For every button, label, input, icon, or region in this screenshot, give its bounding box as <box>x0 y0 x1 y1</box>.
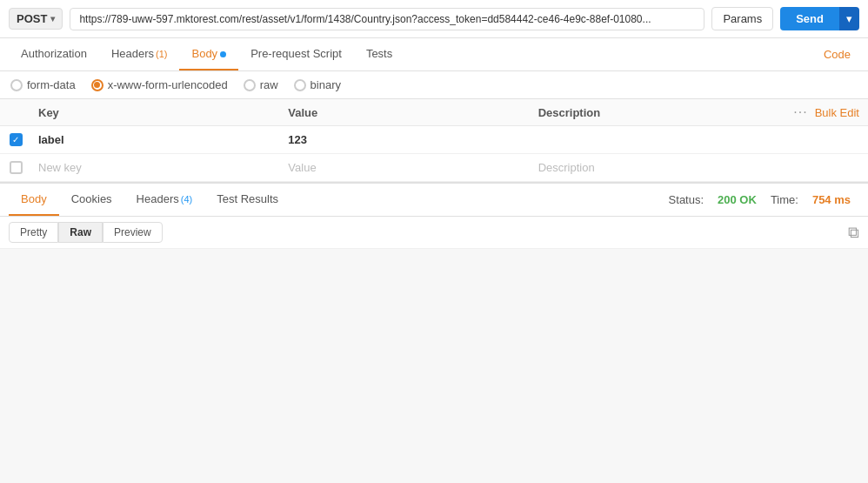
format-bar: Pretty Raw Preview ⧉ <box>0 217 868 249</box>
params-table: Key Value Description ··· Bulk Edit labe… <box>0 99 868 183</box>
row-desc-cell <box>531 133 781 147</box>
new-row <box>0 154 868 182</box>
request-tabs-left: Authorization Headers(1) Body Pre-reques… <box>9 38 404 70</box>
request-tabs: Authorization Headers(1) Body Pre-reques… <box>0 38 868 71</box>
new-row-desc[interactable] <box>531 154 781 181</box>
headers-badge: (1) <box>156 49 167 59</box>
body-type-bar: form-data x-www-form-urlencoded raw bina… <box>0 71 868 99</box>
header-actions: ··· Bulk Edit <box>781 104 868 120</box>
table-row: label 123 <box>0 126 868 154</box>
fmt-tab-preview[interactable]: Preview <box>103 222 163 243</box>
resp-tab-headers[interactable]: Headers(4) <box>124 184 205 216</box>
send-dropdown-button[interactable]: ▾ <box>839 7 859 30</box>
time-label: Time: <box>771 193 798 206</box>
status-label: Status: <box>669 193 704 206</box>
response-tabs-left: Body Cookies Headers(4) Test Results <box>9 184 290 216</box>
form-data-label: form-data <box>27 78 76 91</box>
radio-circle-x-www <box>91 79 103 91</box>
method-label: POST <box>17 12 47 25</box>
fmt-tab-raw[interactable]: Raw <box>58 222 103 243</box>
radio-circle-form-data <box>10 79 23 91</box>
radio-circle-raw <box>244 79 256 91</box>
code-link[interactable]: Code <box>815 39 859 70</box>
radio-binary[interactable]: binary <box>294 78 341 91</box>
more-options-icon[interactable]: ··· <box>793 104 807 120</box>
new-row-key[interactable] <box>31 154 281 181</box>
top-bar: POST ▾ Params Send ▾ <box>0 0 868 38</box>
radio-raw[interactable]: raw <box>244 78 278 91</box>
method-selector[interactable]: POST ▾ <box>9 8 63 30</box>
status-info: Status: 200 OK Time: 754 ms <box>669 193 859 206</box>
tab-body[interactable]: Body <box>179 38 238 70</box>
row-checkbox-wrap[interactable] <box>0 133 31 146</box>
fmt-tab-pretty[interactable]: Pretty <box>9 222 58 243</box>
radio-circle-binary <box>294 79 306 91</box>
body-dot <box>220 51 226 57</box>
row-checkbox[interactable] <box>10 133 23 146</box>
radio-form-data[interactable]: form-data <box>10 78 76 91</box>
resp-tab-test-results[interactable]: Test Results <box>204 184 290 216</box>
header-description: Description <box>531 106 781 119</box>
tab-pre-request-script[interactable]: Pre-request Script <box>238 38 354 70</box>
response-tabs: Body Cookies Headers(4) Test Results Sta… <box>0 184 868 217</box>
resp-headers-badge: (4) <box>181 194 192 205</box>
radio-x-www-form-urlencoded[interactable]: x-www-form-urlencoded <box>91 78 228 91</box>
params-button[interactable]: Params <box>711 7 773 30</box>
tab-authorization[interactable]: Authorization <box>9 38 99 70</box>
row-value-cell[interactable]: 123 <box>281 126 531 153</box>
send-button-group: Send ▾ <box>780 7 859 30</box>
new-row-check <box>0 161 31 174</box>
method-chevron-icon: ▾ <box>50 14 55 23</box>
resp-tab-cookies[interactable]: Cookies <box>59 184 124 216</box>
new-row-value[interactable] <box>281 154 531 181</box>
row-key-cell[interactable]: label <box>31 126 281 153</box>
table-header: Key Value Description ··· Bulk Edit <box>0 99 868 126</box>
new-row-checkbox[interactable] <box>10 161 23 174</box>
response-section: Body Cookies Headers(4) Test Results Sta… <box>0 183 868 483</box>
response-body <box>0 249 868 483</box>
new-desc-input[interactable] <box>538 161 774 174</box>
send-button[interactable]: Send <box>780 7 839 30</box>
raw-label: raw <box>260 78 278 91</box>
x-www-label: x-www-form-urlencoded <box>108 78 228 91</box>
bulk-edit-button[interactable]: Bulk Edit <box>815 106 859 119</box>
time-value: 754 ms <box>812 193 851 206</box>
binary-label: binary <box>310 78 341 91</box>
url-input[interactable] <box>70 8 704 30</box>
format-tabs: Pretty Raw Preview <box>9 222 163 243</box>
header-value: Value <box>281 106 531 119</box>
status-value: 200 OK <box>718 193 757 206</box>
tab-tests[interactable]: Tests <box>354 38 404 70</box>
resp-tab-body[interactable]: Body <box>9 184 59 216</box>
tab-headers[interactable]: Headers(1) <box>99 38 180 70</box>
copy-icon[interactable]: ⧉ <box>848 224 859 242</box>
new-key-input[interactable] <box>38 161 274 174</box>
new-value-input[interactable] <box>288 161 524 174</box>
header-key: Key <box>31 106 281 119</box>
